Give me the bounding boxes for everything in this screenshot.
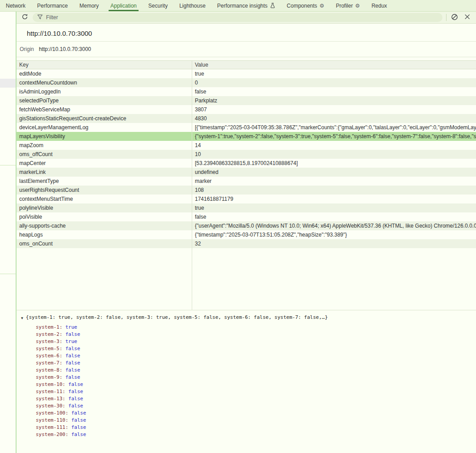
preview-entry: system-9: false (21, 374, 474, 381)
key-cell: heapLogs (17, 230, 192, 239)
preview-entry-key: system-10: (36, 381, 65, 387)
preview-summary-text: {system-1: true, system-2: false, system… (26, 314, 328, 321)
preview-entry-key: system-110: (36, 417, 68, 423)
value-cell: [53.23940863328815,8.197002410888674] (192, 159, 476, 168)
value-cell: {"userAgent":"Mozilla/5.0 (Windows NT 10… (192, 221, 476, 230)
preview-entry-value: false (65, 367, 80, 373)
table-row[interactable]: poiVisiblefalse (17, 212, 476, 221)
tab-network[interactable]: Network (0, 0, 31, 11)
key-cell: gisStationsStaticRequestCount-createDevi… (17, 114, 192, 123)
app-panel-sidebar (0, 12, 17, 453)
filter-icon (37, 13, 43, 21)
preview-entry: system-200: false (21, 431, 474, 438)
tab-profiler[interactable]: Profiler⚙ (330, 0, 366, 11)
preview-entry-value: false (71, 417, 86, 423)
table-row[interactable]: oms_onCount32 (17, 239, 476, 248)
storage-origin-title: http://10.10.0.70:3000 (17, 24, 476, 42)
value-column-header[interactable]: Value (192, 61, 476, 69)
table-row[interactable]: userRightsRequestCount108 (17, 186, 476, 195)
preview-entry-value: true (65, 324, 77, 330)
tab-memory[interactable]: Memory (74, 0, 105, 11)
table-row[interactable]: isAdminLoggedInfalse (17, 87, 476, 96)
key-cell: oms_onCount (17, 239, 192, 248)
storage-view: http://10.10.0.70:3000 Origin http://10.… (17, 12, 476, 453)
table-row[interactable]: contextMenuCountdown0 (17, 78, 476, 87)
table-row[interactable]: deviceLayerManagementLog[{"timestamp":"2… (17, 123, 476, 132)
key-cell: mapLayersVisibility (17, 132, 192, 141)
preview-entry-key: system-9: (36, 374, 63, 380)
close-button[interactable] (463, 13, 472, 22)
tab-components[interactable]: Components⚙ (281, 0, 330, 11)
value-cell: marker (192, 177, 476, 186)
table-row[interactable]: editModetrue (17, 69, 476, 78)
close-icon (464, 14, 470, 21)
value-cell: {"system-1":true,"system-2":false,"syste… (192, 132, 476, 141)
tab-label: Redux (371, 3, 387, 9)
tab-label: Components (287, 3, 317, 9)
value-cell: true (192, 69, 476, 78)
table-empty-area (17, 248, 476, 310)
application-panel: http://10.10.0.70:3000 Origin http://10.… (0, 12, 476, 453)
tab-label: Profiler (336, 3, 353, 9)
refresh-button[interactable] (20, 13, 29, 22)
sidebar-section-divider (0, 165, 16, 165)
tab-label: Lighthouse (179, 3, 206, 9)
clear-all-button[interactable] (450, 13, 459, 22)
table-row[interactable]: markerLinkundefined (17, 168, 476, 177)
sidebar-selected-item[interactable] (0, 79, 16, 88)
tab-performance[interactable]: Performance (31, 0, 74, 11)
table-row[interactable]: polylineVisibletrue (17, 203, 476, 212)
table-row[interactable]: ally-supports-cache{"userAgent":"Mozilla… (17, 221, 476, 230)
preview-entry-key: system-100: (36, 410, 68, 416)
value-cell: 1741618871179 (192, 195, 476, 203)
devtools-tabbar: NetworkPerformanceMemoryApplicationSecur… (0, 0, 476, 12)
preview-entry-value: false (65, 360, 80, 366)
table-row[interactable]: selectedPoiTypeParkplatz (17, 96, 476, 105)
value-cell: 10 (192, 150, 476, 159)
preview-entry-value: false (68, 396, 83, 402)
table-row[interactable]: heapLogs{"timestamp":"2025-03-07T13:51:0… (17, 230, 476, 239)
table-row[interactable]: oms_offCount10 (17, 150, 476, 159)
tab-redux[interactable]: Redux (366, 0, 393, 11)
tab-application[interactable]: Application (105, 0, 143, 11)
preview-entry-key: system-3: (36, 339, 63, 344)
origin-value: http://10.10.0.70:3000 (39, 46, 91, 52)
table-row[interactable]: gisStationsStaticRequestCount-createDevi… (17, 114, 476, 123)
table-row[interactable]: contextMenuStartTime1741618871179 (17, 195, 476, 203)
value-cell: 3807 (192, 105, 476, 114)
preview-entry: system-8: false (21, 367, 474, 374)
tab-lighthouse[interactable]: Lighthouse (173, 0, 211, 11)
preview-entry: system-2: false (21, 331, 474, 338)
tab-label: Security (148, 3, 168, 9)
expand-triangle-icon[interactable]: ▼ (21, 314, 26, 322)
preview-entries: system-1: truesystem-2: falsesystem-3: t… (21, 324, 474, 438)
preview-entry-key: system-13: (36, 396, 65, 402)
table-row[interactable]: mapLayersVisibility{"system-1":true,"sys… (17, 132, 476, 141)
value-cell: true (192, 203, 476, 212)
storage-content: http://10.10.0.70:3000 Origin http://10.… (17, 24, 476, 453)
preview-entry-value: false (65, 331, 80, 337)
kv-table-body: editModetruecontextMenuCountdown0isAdmin… (17, 69, 476, 248)
key-cell: contextMenuCountdown (17, 78, 192, 87)
key-cell: isAdminLoggedIn (17, 87, 192, 96)
key-cell: poiVisible (17, 212, 192, 221)
table-row[interactable]: fetchWebServiceMap3807 (17, 105, 476, 114)
filter-box[interactable] (33, 13, 442, 22)
table-row[interactable]: lastElementTypemarker (17, 177, 476, 186)
spacer (17, 57, 476, 60)
preview-entry-value: false (68, 403, 83, 409)
tab-performance-insights[interactable]: Performance insights (211, 0, 281, 11)
preview-entry: system-100: false (21, 410, 474, 417)
key-column-header[interactable]: Key (17, 61, 192, 69)
tab-label: Memory (80, 3, 99, 9)
preview-entry-value: true (65, 339, 77, 344)
key-column-filler (17, 248, 192, 310)
preview-entry: system-13: false (21, 395, 474, 402)
tab-security[interactable]: Security (143, 0, 173, 11)
table-row[interactable]: mapZoom14 (17, 141, 476, 150)
preview-entry: system-11: false (21, 388, 474, 395)
preview-entry-key: system-200: (36, 432, 68, 437)
preview-summary-row[interactable]: ▼ {system-1: true, system-2: false, syst… (21, 314, 474, 322)
table-row[interactable]: mapCenter[53.23940863328815,8.1970024108… (17, 159, 476, 168)
filter-input[interactable] (46, 14, 438, 21)
